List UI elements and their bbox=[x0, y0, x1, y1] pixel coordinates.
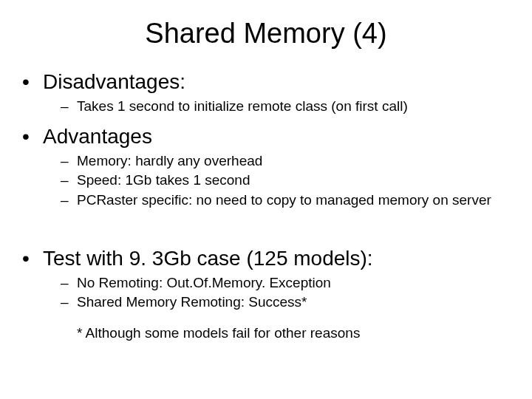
slide: Shared Memory (4) • Disadvantages: – Tak… bbox=[0, 0, 532, 399]
list-item: – PCRaster specific: no need to copy to … bbox=[61, 191, 510, 210]
section-heading: Disadvantages: bbox=[43, 69, 185, 95]
section-disadvantages: • Disadvantages: – Takes 1 second to ini… bbox=[22, 69, 510, 116]
section-advantages: • Advantages – Memory: hardly any overhe… bbox=[22, 123, 510, 210]
sub-item-text: Takes 1 second to initialize remote clas… bbox=[77, 98, 408, 116]
sub-item-text: Shared Memory Remoting: Success* bbox=[77, 293, 307, 312]
bullet-icon: • bbox=[22, 248, 43, 269]
dash-icon: – bbox=[61, 172, 77, 188]
list-item: – Shared Memory Remoting: Success* bbox=[61, 293, 510, 312]
dash-icon: – bbox=[61, 192, 77, 208]
slide-title: Shared Memory (4) bbox=[22, 18, 510, 50]
bullet-list: • Disadvantages: – Takes 1 second to ini… bbox=[22, 69, 510, 341]
list-item: – Takes 1 second to initialize remote cl… bbox=[61, 98, 510, 116]
list-item: • Test with 9. 3Gb case (125 models): bbox=[22, 245, 510, 271]
spacer bbox=[22, 217, 510, 242]
sub-list: – Memory: hardly any overhead – Speed: 1… bbox=[22, 152, 510, 210]
section-heading: Advantages bbox=[43, 123, 152, 149]
list-item: – No Remoting: Out.Of.Memory. Exception bbox=[61, 274, 510, 293]
bullet-icon: • bbox=[22, 126, 43, 147]
bullet-icon: • bbox=[22, 72, 43, 92]
footnote: * Although some models fail for other re… bbox=[77, 325, 510, 341]
section-heading: Test with 9. 3Gb case (125 models): bbox=[43, 245, 373, 271]
sub-item-text: No Remoting: Out.Of.Memory. Exception bbox=[77, 274, 331, 293]
sub-item-text: PCRaster specific: no need to copy to ma… bbox=[77, 191, 491, 210]
dash-icon: – bbox=[61, 275, 77, 291]
sub-list: – No Remoting: Out.Of.Memory. Exception … bbox=[22, 274, 510, 312]
list-item: • Advantages bbox=[22, 123, 510, 149]
dash-icon: – bbox=[61, 98, 77, 115]
list-item: – Memory: hardly any overhead bbox=[61, 152, 510, 171]
dash-icon: – bbox=[61, 153, 77, 169]
sub-item-text: Memory: hardly any overhead bbox=[77, 152, 262, 171]
list-item: • Disadvantages: bbox=[22, 69, 510, 95]
dash-icon: – bbox=[61, 294, 77, 310]
section-test: • Test with 9. 3Gb case (125 models): – … bbox=[22, 245, 510, 341]
sub-list: – Takes 1 second to initialize remote cl… bbox=[22, 98, 510, 116]
list-item: – Speed: 1Gb takes 1 second bbox=[61, 171, 510, 190]
sub-item-text: Speed: 1Gb takes 1 second bbox=[77, 171, 250, 190]
